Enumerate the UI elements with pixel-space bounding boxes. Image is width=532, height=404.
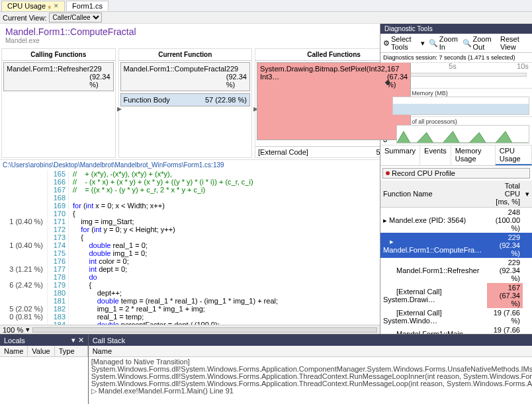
callstack-panel: Call Stack ▾✕ Name [Managed to Native Tr… (89, 335, 532, 404)
zoom-out-button[interactable]: 🔍 Zoom Out (463, 35, 497, 51)
tab-cpu-usage[interactable]: CPU Usage ⁎ ✕ (1, 1, 65, 11)
pin-icon[interactable]: ▾ (71, 336, 75, 344)
cpu-graph[interactable] (396, 125, 529, 143)
code-viewer[interactable]: 1 (0.40 %)1 (0.40 %)3 (1.21 %)6 (2.42 %)… (0, 170, 380, 325)
locals-body (0, 357, 88, 404)
tab-summary[interactable]: Summary (380, 145, 420, 165)
callstack-row[interactable]: System.Windows.Forms.dll!System.Windows.… (91, 373, 532, 380)
col-fn-name[interactable]: Function Name (380, 181, 487, 208)
function-header: Mandel.Form1::ComputeFractal Mandel.exe (0, 24, 380, 47)
h-scrollbar[interactable] (32, 327, 377, 333)
diag-tabs: Summary Events Memory Usage CPU Usage (380, 145, 532, 166)
tab-label: Form1.cs (72, 2, 103, 10)
code-body: // + (x*y), -(x*y), (x*y) + (x*y),// - (… (69, 170, 380, 325)
select-tools-button[interactable]: ⚙ Select Tools ▾ (383, 35, 425, 51)
callstack-row[interactable]: ▷ Mandel.exe!Mandel.Form1.Main() Line 91 (91, 387, 532, 395)
view-bar: Current View: Caller/Callee (0, 12, 532, 24)
chevron-down-icon[interactable]: ▾ (26, 325, 30, 334)
document-tabs: CPU Usage ⁎ ✕ Form1.cs (0, 0, 532, 12)
called-fn-box[interactable]: System.Drawing.Bitmap.SetPixel(Int32, In… (257, 62, 411, 140)
view-label: Current View: (3, 14, 46, 22)
zoom-level[interactable]: 100 % (3, 326, 23, 334)
bottom-panels: Locals ▾✕ Name Value Type Call Stack ▾✕ … (0, 334, 532, 404)
callstack-row[interactable]: [Managed to Native Transition] (91, 358, 532, 366)
tab-label: CPU Usage (7, 2, 46, 10)
reset-view-button[interactable]: Reset View (500, 35, 529, 51)
locals-header: Name Value Type (0, 346, 88, 357)
col-header: Current Function (119, 49, 251, 61)
record-cpu-button[interactable]: Record CPU Profile (382, 168, 530, 179)
panel-title-text: Call Stack (93, 337, 126, 344)
current-fn-box[interactable]: Mandel.Form1::ComputeFractal 229 (92.34 … (120, 62, 250, 91)
fn-table-row[interactable]: Mandel.Form1::Refresher229 (92.34 %) (380, 258, 532, 283)
tab-memory-usage[interactable]: Memory Usage (451, 145, 496, 165)
zoom-bar: 100 % ▾ (0, 325, 380, 334)
fn-table-row[interactable]: [External Call] System.Windo…19 (7.66 %) (380, 308, 532, 325)
fn-table-row[interactable]: ▸ Mandel.Form1::ComputeFra…229 (92.34 %) (380, 233, 532, 258)
calling-functions-col: Calling Functions Mandel.Form1::Refreshe… (1, 48, 116, 158)
caller-callee-view: Calling Functions Mandel.Form1::Refreshe… (0, 47, 380, 159)
stats-gutter: 1 (0.40 %)1 (0.40 %)3 (1.21 %)6 (2.42 %)… (0, 170, 48, 325)
close-icon[interactable]: ✕ (54, 3, 59, 9)
col-header: Calling Functions (2, 49, 115, 61)
calling-fn-box[interactable]: Mandel.Form1::Refresher 229 (92.34 %) (3, 62, 114, 91)
line-gutter: 1651661671681691701711721731741751761771… (48, 170, 69, 325)
panel-title-text: Locals (4, 337, 25, 344)
called-functions-col: Called Functions System.Drawing.Bitmap.S… (255, 48, 413, 158)
view-select[interactable]: Caller/Callee (49, 13, 102, 22)
tab-form1[interactable]: Form1.cs (66, 1, 109, 11)
diag-toolbar: ⚙ Select Tools ▾ 🔍 Zoom In 🔍 Zoom Out Re… (380, 34, 532, 53)
current-function-col: Current Function Mandel.Form1::ComputeFr… (118, 48, 252, 158)
memory-graph[interactable] (392, 97, 529, 115)
panel-title: Diagnostic Tools (380, 24, 532, 34)
zoom-in-button[interactable]: 🔍 Zoom In (429, 35, 459, 51)
callstack-row[interactable]: System.Windows.Forms.dll!System.Windows.… (91, 366, 532, 373)
close-icon[interactable]: ✕ (78, 336, 84, 344)
function-body-box[interactable]: Function Body 57 (22.98 %) (120, 93, 250, 106)
chevron-down-icon[interactable]: ▾ (523, 181, 532, 208)
tab-events[interactable]: Events (420, 145, 451, 165)
callstack-body: [Managed to Native Transition] System.Wi… (89, 357, 532, 404)
file-path[interactable]: C:\Users\arobins\Desktop\Mandelbrot\Mand… (0, 159, 380, 170)
pin-icon[interactable]: ⁎ (48, 2, 52, 11)
record-icon (386, 171, 390, 175)
callstack-row[interactable]: System.Windows.Forms.dll!System.Windows.… (91, 380, 532, 387)
module-name: Mandel.exe (5, 37, 375, 44)
function-title: Mandel.Form1::ComputeFractal (5, 26, 375, 37)
fn-table-row[interactable]: [External Call] System.Drawi…167 (67.34 … (380, 283, 532, 308)
cpu-function-table: Function Name Total CPU [ms, %] ▾ ▸ Mand… (380, 181, 532, 343)
callstack-header: Name (89, 346, 532, 357)
locals-panel: Locals ▾✕ Name Value Type (0, 335, 89, 404)
tab-cpu-usage[interactable]: CPU Usage (496, 145, 532, 165)
col-total-cpu[interactable]: Total CPU [ms, %] (487, 181, 523, 208)
timeline-ruler[interactable]: 5s 10s (380, 62, 532, 63)
fn-table-row[interactable]: ▸ Mandel.exe (PID: 3564)248 (100.00 %) (380, 208, 532, 233)
